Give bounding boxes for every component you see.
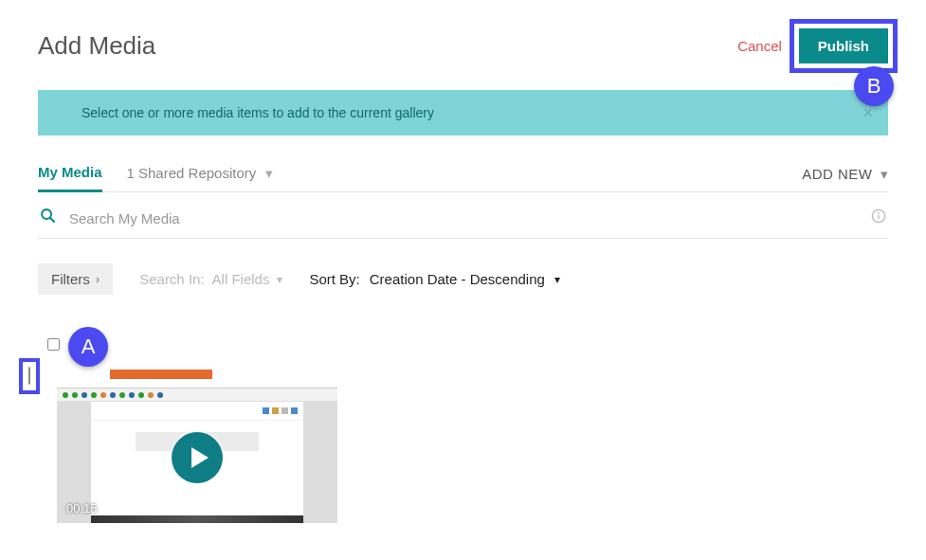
search-in-dropdown[interactable]: Search In: All Fields ▾ (139, 271, 282, 287)
chevron-right-icon: › (96, 272, 100, 286)
thumbnail-preview (57, 364, 337, 388)
info-banner-text: Select one or more media items to add to… (82, 105, 434, 120)
thumbnail-preview (57, 388, 337, 402)
chevron-down-icon: ▾ (277, 273, 282, 286)
select-all-checkbox[interactable] (47, 338, 60, 351)
tab-shared-label: 1 Shared Repository (127, 165, 257, 181)
media-thumbnail[interactable]: 00:15 (57, 364, 337, 523)
media-item[interactable]: 00:15 (38, 364, 337, 523)
filters-label: Filters (51, 271, 90, 287)
svg-line-1 (50, 218, 55, 223)
page-title: Add Media (38, 31, 155, 61)
search-input[interactable] (69, 210, 871, 226)
tab-my-media[interactable]: My Media (38, 164, 102, 192)
search-icon (40, 208, 56, 228)
thumbnail-preview (91, 515, 303, 523)
annotation-badge-a: A (68, 327, 108, 367)
annotation-frame-a (19, 358, 40, 394)
add-new-label: ADD NEW (802, 166, 872, 182)
publish-button[interactable]: Publish (799, 28, 888, 63)
info-banner: Select one or more media items to add to… (38, 90, 888, 135)
svg-point-0 (42, 209, 51, 219)
sort-label: Sort By: (309, 271, 359, 287)
tab-shared-repository[interactable]: 1 Shared Repository ▾ (127, 165, 274, 191)
search-in-label: Search In: (139, 271, 204, 287)
chevron-down-icon: ▾ (554, 273, 560, 286)
play-icon[interactable] (172, 432, 223, 483)
cancel-link[interactable]: Cancel (737, 38, 782, 54)
annotation-badge-b: B (854, 66, 894, 106)
sort-by-dropdown[interactable]: Sort By: Creation Date - Descending ▾ (309, 271, 559, 287)
filters-button[interactable]: Filters › (38, 263, 113, 295)
media-item-checkbox[interactable] (28, 367, 30, 385)
chevron-down-icon: ▾ (265, 165, 273, 181)
add-new-dropdown[interactable]: ADD NEW ▾ (802, 166, 888, 190)
sort-value: Creation Date - Descending (370, 271, 545, 287)
media-duration: 00:15 (66, 501, 98, 515)
chevron-down-icon: ▾ (881, 166, 889, 183)
svg-point-4 (879, 212, 880, 213)
search-in-value: All Fields (212, 271, 270, 287)
info-icon[interactable] (871, 208, 886, 227)
